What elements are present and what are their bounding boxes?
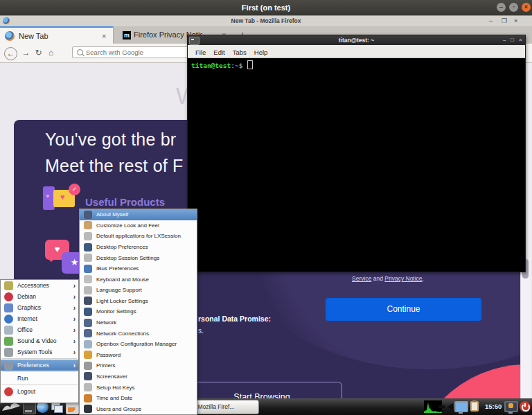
light-locker-icon — [84, 297, 92, 305]
menu-item-logout[interactable]: Logout — [1, 386, 78, 397]
menu-item-label: Preferences — [17, 362, 71, 369]
vm-minimize-icon[interactable]: – — [497, 3, 506, 12]
menu-item-run[interactable]: Run — [1, 373, 78, 384]
menu-item-label: Network Connections — [96, 330, 194, 337]
submenu-arrow-icon: › — [73, 362, 76, 369]
clipboard-icon[interactable] — [470, 401, 479, 412]
back-icon[interactable]: ← — [4, 47, 17, 60]
volume-icon[interactable] — [444, 403, 453, 410]
submenu-arrow-icon: › — [73, 326, 76, 334]
menu-item-about-myself[interactable]: About Myself — [80, 209, 197, 220]
firefox-favicon — [5, 31, 15, 41]
terminal-cursor — [247, 60, 253, 69]
continue-button[interactable]: Continue — [326, 298, 481, 321]
heart-icon: ♥ — [46, 193, 49, 200]
terminal-window: titan@test: ~ – □ × FileEditTabsHelp tit… — [187, 35, 526, 272]
menu-item-label: Light Locker Settings — [96, 298, 194, 304]
service-link[interactable]: Service — [352, 275, 371, 282]
menu-item-label: Office — [17, 326, 71, 333]
menu-item-customize-look-and-feel[interactable]: Customize Look and Feel — [80, 220, 197, 231]
about-myself-icon — [84, 211, 92, 219]
applications-menu: Accessories›Debian›Graphics›Internet›Off… — [0, 279, 79, 403]
menu-item-desktop-preferences[interactable]: Desktop Preferences — [80, 242, 197, 253]
privacy-notice-link[interactable]: Privacy Notice — [384, 275, 422, 282]
menu-item-users-and-groups[interactable]: Users and Groups — [80, 403, 197, 414]
menu-item-label: Logout — [17, 388, 76, 395]
ibus-icon — [84, 265, 92, 273]
reload-icon[interactable]: ↻ — [33, 47, 44, 59]
menu-item-office[interactable]: Office› — [1, 324, 78, 335]
terminal-maximize-icon[interactable]: □ — [511, 35, 514, 44]
terminal-close-icon[interactable]: × — [519, 35, 522, 44]
menu-item-label: Screensaver — [96, 373, 194, 380]
vm-close-icon[interactable]: × — [522, 3, 531, 12]
card-heading-line1: You've got the br — [45, 130, 176, 150]
vm-maximize-icon[interactable]: ▫ — [509, 3, 518, 12]
menu-item-label: IBus Preferences — [96, 265, 194, 272]
menu-item-password[interactable]: Password — [80, 350, 197, 361]
menu-item-label: Setup Hot Keys — [96, 385, 194, 391]
menu-item-monitor-settings[interactable]: Monitor Settings — [80, 306, 197, 317]
menu-item-debian[interactable]: Debian› — [1, 291, 78, 302]
firefox-window-title: New Tab - Mozilla Firefox — [0, 16, 532, 26]
menu-item-desktop-session-settings[interactable]: Desktop Session Settings — [80, 252, 197, 263]
terminal-body[interactable]: titan@test:~$ — [188, 58, 525, 272]
menu-item-light-locker-settings[interactable]: Light Locker Settings — [80, 296, 197, 307]
prompt-user-host: titan@test — [191, 62, 231, 69]
password-icon — [84, 351, 92, 359]
menu-item-label: Password — [96, 352, 194, 358]
default-apps-icon — [84, 232, 92, 240]
terminal-menu-help[interactable]: Help — [254, 46, 268, 59]
menu-item-sound-video[interactable]: Sound & Video› — [1, 335, 78, 346]
firefox-maximize-icon[interactable]: ❐ — [502, 17, 507, 25]
terminal-menu-file[interactable]: File — [195, 46, 206, 59]
menu-item-system-tools[interactable]: System Tools› — [1, 346, 78, 357]
menu-item-screensaver[interactable]: Screensaver — [80, 371, 197, 382]
screensaver-icon — [84, 372, 92, 380]
menu-item-internet[interactable]: Internet› — [1, 313, 78, 324]
terminal-titlebar[interactable]: titan@test: ~ – □ × — [188, 35, 525, 45]
firefox-minimize-icon[interactable]: – — [489, 17, 493, 25]
taskbar-clock[interactable]: 15:50 — [485, 398, 502, 415]
menu-item-printers[interactable]: Printers — [80, 360, 197, 371]
desktop-session-icon — [84, 254, 92, 262]
menu-item-network-connections[interactable]: Network Connections — [80, 328, 197, 339]
menu-item-label: Accessories — [17, 282, 71, 289]
terms-sentence-and: and — [371, 275, 384, 282]
terminal-menu-tabs[interactable]: Tabs — [233, 46, 247, 59]
home-icon[interactable]: ⌂ — [45, 47, 57, 59]
menu-item-language-support[interactable]: Language Support — [80, 285, 197, 296]
menu-item-time-and-date[interactable]: Time and Date — [80, 393, 197, 404]
firefox-titlebar[interactable]: New Tab - Mozilla Firefox – ❐ × — [0, 16, 532, 26]
menu-separator — [2, 385, 77, 385]
heart-icon: ♥ — [60, 193, 65, 201]
menu-item-accessories[interactable]: Accessories› — [1, 280, 78, 291]
terminal-menu-edit[interactable]: Edit — [213, 46, 224, 59]
time-date-icon — [84, 394, 92, 403]
menu-item-default-applications-for-lxsession[interactable]: Default applications for LXSession — [80, 231, 197, 242]
text-fragment: s. — [198, 327, 204, 335]
menu-item-graphics[interactable]: Graphics› — [1, 302, 78, 313]
preferences-submenu: About MyselfCustomize Look and FeelDefau… — [79, 209, 197, 415]
tab-new-tab[interactable]: New Tab × — [0, 26, 113, 44]
terms-sentence: Service and Privacy Notice. — [242, 275, 520, 282]
menu-item-ibus-preferences[interactable]: IBus Preferences — [80, 263, 197, 274]
menu-item-setup-hot-keys[interactable]: Setup Hot Keys — [80, 382, 197, 393]
lock-screen-icon[interactable] — [504, 401, 518, 412]
shutdown-icon[interactable] — [520, 401, 531, 412]
menu-item-openbox-configuration-manager[interactable]: Openbox Configuration Manager — [80, 339, 197, 350]
firefox-close-icon[interactable]: × — [514, 17, 517, 25]
menu-item-label: Desktop Session Settings — [96, 255, 194, 261]
submenu-arrow-icon: › — [73, 293, 76, 301]
menu-item-preferences[interactable]: Preferences› — [1, 360, 78, 371]
menu-item-network[interactable]: Network — [80, 317, 197, 328]
menu-item-label: Keyboard and Mouse — [96, 276, 194, 283]
tab-close-icon[interactable]: × — [102, 28, 106, 45]
menu-item-keyboard-and-mouse[interactable]: Keyboard and Mouse — [80, 274, 197, 285]
menu-item-label: Internet — [17, 315, 71, 322]
forward-icon[interactable]: → — [20, 47, 32, 59]
preferences-icon — [4, 361, 13, 370]
desktop-preferences-icon — [84, 243, 92, 251]
network-monitor-icon[interactable] — [454, 401, 468, 412]
terminal-minimize-icon[interactable]: – — [503, 35, 506, 44]
